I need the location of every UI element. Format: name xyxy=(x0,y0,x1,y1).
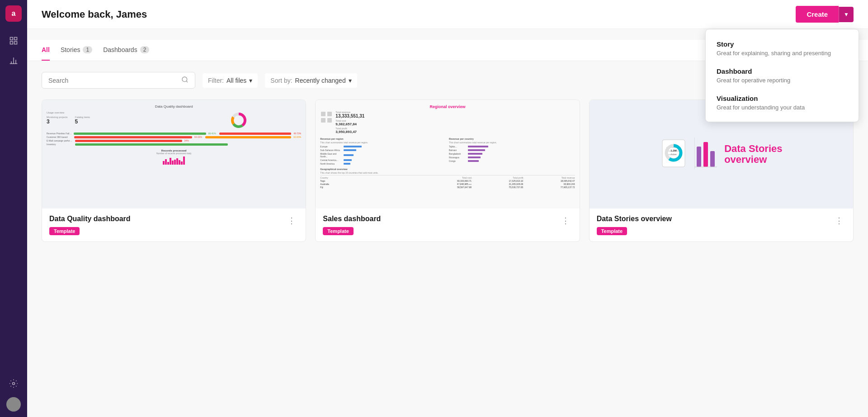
ds-preview-title: Data Storiesoverview xyxy=(724,143,782,165)
chart-nav-icon[interactable] xyxy=(5,52,22,69)
app-logo[interactable]: a xyxy=(5,5,22,22)
svg-point-9 xyxy=(182,77,187,82)
card-menu-ds[interactable]: ⋮ xyxy=(832,215,846,227)
story-option-title: Story xyxy=(717,40,848,48)
filter-button[interactable]: Filter: All files ▾ xyxy=(203,73,258,88)
card-title-dq: Data Quality dashboard xyxy=(49,215,131,223)
card-tag-ds: Template xyxy=(597,227,627,235)
filter-value: All files xyxy=(226,77,246,84)
file-nav-icon[interactable] xyxy=(5,33,22,49)
stories-badge: 1 xyxy=(83,46,92,53)
dashboard-option-desc: Great for operative reporting xyxy=(717,77,848,84)
sort-label: Sort by: xyxy=(270,77,292,84)
svg-rect-18 xyxy=(327,118,332,123)
visualization-option-desc: Great for understanding your data xyxy=(717,104,848,111)
search-input[interactable] xyxy=(48,77,178,84)
create-button[interactable]: Create xyxy=(796,6,839,23)
tab-dashboards[interactable]: Dashboards 2 xyxy=(103,40,149,61)
dropdown-item-story[interactable]: Story Great for explaining, sharing and … xyxy=(706,35,859,62)
sidebar: a xyxy=(0,0,27,417)
card-tag-sales: Template xyxy=(323,227,353,235)
search-box xyxy=(42,72,195,89)
svg-rect-17 xyxy=(321,118,326,123)
story-option-desc: Great for explaining, sharing and presen… xyxy=(717,50,848,57)
card-preview-sales: Regional overview xyxy=(316,100,579,208)
tab-all[interactable]: All xyxy=(42,40,50,61)
create-dropdown-menu: Story Great for explaining, sharing and … xyxy=(705,29,859,122)
svg-line-10 xyxy=(186,81,188,82)
svg-rect-28 xyxy=(703,142,708,167)
card-footer-sales: Sales dashboard Template ⋮ xyxy=(316,208,579,242)
svg-rect-3 xyxy=(14,42,17,44)
dropdown-item-dashboard[interactable]: Dashboard Great for operative reporting xyxy=(706,62,859,89)
card-menu-sales[interactable]: ⋮ xyxy=(559,215,572,227)
sort-button[interactable]: Sort by: Recently changed ▾ xyxy=(265,73,357,88)
card-footer-ds: Data Stories overview Template ⋮ xyxy=(590,208,853,242)
card-data-quality[interactable]: Data Quality dashboard Usage overview Mo… xyxy=(42,100,306,242)
card-sales[interactable]: Regional overview xyxy=(315,100,580,242)
filter-dropdown-icon: ▾ xyxy=(249,77,252,84)
svg-rect-0 xyxy=(10,38,13,40)
search-icon xyxy=(181,76,189,85)
svg-text:1.2M: 1.2M xyxy=(670,149,676,152)
svg-rect-15 xyxy=(321,112,326,116)
svg-rect-1 xyxy=(14,38,17,40)
svg-rect-29 xyxy=(710,151,715,167)
gear-icon[interactable] xyxy=(5,375,22,392)
filter-label: Filter: xyxy=(208,77,224,84)
main-content: Welcome back, James Create ▼ Story Great… xyxy=(27,0,868,417)
card-footer-dq: Data Quality dashboard Template ⋮ xyxy=(42,208,306,242)
dashboards-badge: 2 xyxy=(140,46,150,53)
sort-value: Recently changed xyxy=(295,77,346,84)
dropdown-item-visualization[interactable]: Visualization Great for understanding yo… xyxy=(706,89,859,116)
card-preview-dq: Data Quality dashboard Usage overview Mo… xyxy=(42,100,306,208)
card-tag-dq: Template xyxy=(49,227,80,235)
sort-dropdown-icon: ▾ xyxy=(349,77,352,84)
svg-rect-16 xyxy=(327,112,332,116)
page-header: Welcome back, James Create ▼ xyxy=(27,0,868,29)
dashboard-option-title: Dashboard xyxy=(717,67,848,75)
user-avatar[interactable] xyxy=(6,397,21,412)
svg-rect-2 xyxy=(10,42,13,44)
tab-stories[interactable]: Stories 1 xyxy=(61,40,92,61)
card-title-ds: Data Stories overview xyxy=(597,215,672,223)
card-menu-dq[interactable]: ⋮ xyxy=(285,215,298,227)
sidebar-bottom xyxy=(5,375,22,412)
svg-point-8 xyxy=(13,383,15,385)
visualization-option-title: Visualization xyxy=(717,95,848,102)
create-dropdown-button[interactable]: ▼ xyxy=(839,7,854,22)
create-button-group: Create ▼ xyxy=(796,6,854,23)
svg-text:Active: Active xyxy=(670,153,677,156)
page-title: Welcome back, James xyxy=(42,9,147,20)
card-title-sales: Sales dashboard xyxy=(323,215,381,223)
svg-rect-27 xyxy=(697,147,701,167)
